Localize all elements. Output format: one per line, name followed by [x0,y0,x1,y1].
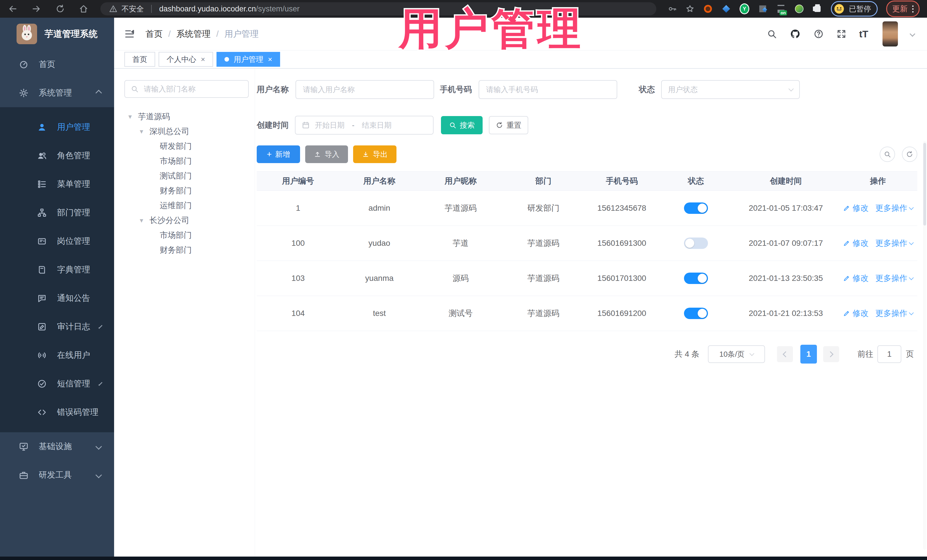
sidebar-item-home[interactable]: 首页 [0,50,114,79]
sidebar-item-online-users[interactable]: 在线用户 [0,341,114,370]
tree-node[interactable]: ▾长沙分公司 [125,213,249,228]
export-button[interactable]: 导出 [353,146,397,163]
sidebar-item-role-mgmt[interactable]: 角色管理 [0,141,114,170]
edit-link[interactable]: 修改 [843,238,869,249]
scrollbar[interactable] [923,141,926,550]
breadcrumb-home[interactable]: 首页 [146,28,163,40]
fullscreen-icon[interactable] [836,29,846,39]
tree-node[interactable]: 研发部门 [125,139,249,154]
close-icon[interactable]: × [201,56,205,63]
edit-link[interactable]: 修改 [843,203,869,214]
status-select[interactable]: 用户状态 [661,80,800,99]
import-button[interactable]: 导入 [305,146,348,163]
sidebar-item-system[interactable]: 系统管理 [0,79,114,107]
filter-row-1: 用户名称 手机号码 状态 用户状态 [257,80,917,99]
extensions-menu-puzzle-icon[interactable] [813,4,822,14]
passwords-key-icon[interactable] [668,4,677,14]
browser-forward-button[interactable] [31,4,42,14]
breadcrumb-system[interactable]: 系统管理 [176,28,211,40]
add-button[interactable]: + 新增 [257,146,300,163]
status-toggle[interactable] [684,273,708,284]
browser-update-button[interactable]: 更新 [886,1,919,17]
search-button[interactable]: 搜索 [441,116,483,134]
app-logo-row[interactable]: 芋道管理系统 [0,18,114,50]
profile-chip[interactable]: 已暂停 [831,1,878,17]
tree-node[interactable]: 运维部门 [125,198,249,213]
sidebar-item-menu-mgmt[interactable]: 菜单管理 [0,170,114,199]
prev-page-button[interactable] [777,346,793,362]
tree-node[interactable]: 市场部门 [125,228,249,243]
caret-down-icon[interactable]: ▾ [138,127,145,135]
help-icon[interactable] [813,29,824,39]
browser-home-button[interactable] [79,4,88,14]
divider [151,5,152,13]
tree-node[interactable]: 市场部门 [125,154,249,168]
table-row: 103 yuanma 源码 芋道源码 15601701300 2021-01-1… [257,261,917,296]
sidebar-item-announcement[interactable]: 通知公告 [0,284,114,313]
tab-user-mgmt[interactable]: 用户管理× [216,52,280,67]
browser-reload-button[interactable] [55,4,65,14]
more-actions-link[interactable]: 更多操作 [875,203,913,214]
browser-back-button[interactable] [8,4,18,14]
overlay-annotation-title: 用户管理 [399,0,584,58]
tree-node[interactable]: ▾深圳总公司 [125,124,249,139]
search-icon[interactable] [767,29,777,39]
mobile-input[interactable] [485,85,610,94]
grid-extension-icon[interactable] [758,4,767,14]
sidebar-collapse-icon[interactable] [124,28,135,39]
user-avatar[interactable] [883,21,898,47]
toggle-search-button[interactable] [880,147,895,162]
green-y-extension-icon[interactable]: Y [740,4,749,14]
sidebar-submenu-system: 用户管理 角色管理 菜单管理 部门管理 岗位管理 [0,107,114,432]
dept-search-input[interactable] [143,84,242,94]
caret-down-icon[interactable]: ▾ [127,112,134,121]
edit-link[interactable]: 修改 [843,308,869,319]
bookmark-star-icon[interactable] [685,4,694,14]
page-1-button[interactable]: 1 [800,345,817,364]
page-size-select[interactable]: 10条/页 [708,345,765,363]
date-range-picker[interactable]: 开始日期 - 结束日期 [295,116,433,135]
caret-down-icon[interactable]: ▾ [138,216,145,225]
chevron-down-icon [789,86,793,91]
status-toggle[interactable] [684,202,708,214]
tree-node[interactable]: 财务部门 [125,183,249,198]
sidebar-item-dept-mgmt[interactable]: 部门管理 [0,199,114,227]
more-actions-link[interactable]: 更多操作 [875,308,913,319]
adblock-extension-icon[interactable] [703,4,713,14]
sidebar-item-dev-tools[interactable]: 研发工具 [0,461,114,489]
sidebar-item-sms-mgmt[interactable]: 短信管理 [0,370,114,398]
github-icon[interactable] [790,28,801,39]
font-size-icon[interactable]: tT [859,29,868,39]
leaf-extension-icon[interactable] [794,4,804,14]
refresh-table-button[interactable] [902,147,917,162]
goto-page-input[interactable] [877,345,901,363]
sidebar-item-dict-mgmt[interactable]: 字典管理 [0,255,114,284]
more-actions-link[interactable]: 更多操作 [875,238,913,249]
close-icon[interactable]: × [268,56,272,63]
sidebar-item-user-mgmt[interactable]: 用户管理 [0,113,114,141]
browser-menu-icon[interactable] [912,5,913,12]
username-input[interactable] [302,85,427,94]
gem-extension-icon[interactable] [721,4,731,14]
edit-link[interactable]: 修改 [843,273,869,284]
sidebar-item-post-mgmt[interactable]: 岗位管理 [0,227,114,255]
table-header: 用户编号 用户名称 用户昵称 部门 手机号码 状态 创建时间 操作 [257,171,917,191]
next-page-button[interactable] [823,346,839,362]
security-warning-icon[interactable] [109,5,117,13]
more-actions-link[interactable]: 更多操作 [875,273,913,284]
list-on-extension-icon[interactable]: on [776,4,786,14]
sidebar-item-error-code[interactable]: 错误码管理 [0,398,114,426]
status-toggle[interactable] [684,308,708,319]
sidebar-item-audit-log[interactable]: 审计日志 [0,313,114,341]
reset-button[interactable]: 重置 [489,116,528,134]
tree-node[interactable]: 财务部门 [125,243,249,258]
tab-profile[interactable]: 个人中心× [159,52,213,67]
dept-search-box[interactable] [125,80,249,98]
tree-node[interactable]: 测试部门 [125,168,249,183]
avatar-caret-icon[interactable] [910,31,915,37]
tree-node[interactable]: ▾芋道源码 [125,109,249,124]
user-table: 用户编号 用户名称 用户昵称 部门 手机号码 状态 创建时间 操作 1 admi… [257,171,917,331]
status-toggle[interactable] [684,238,708,249]
sidebar-item-infrastructure[interactable]: 基础设施 [0,432,114,461]
tab-home[interactable]: 首页 [125,52,155,67]
